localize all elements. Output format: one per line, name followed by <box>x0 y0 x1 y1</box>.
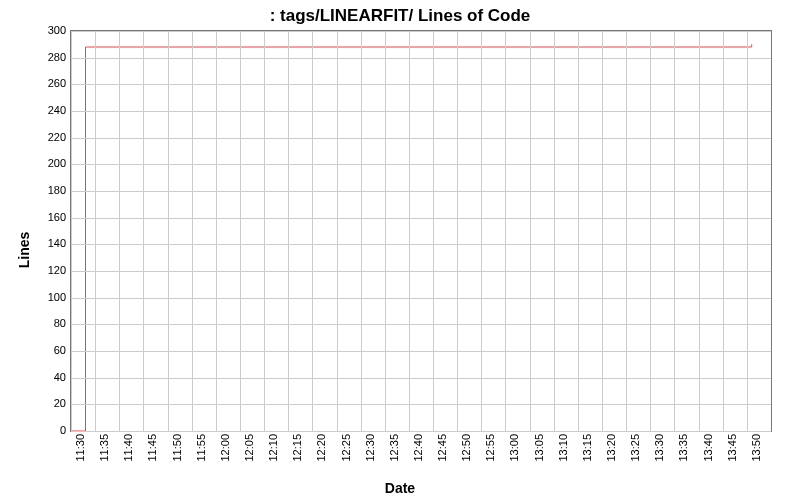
gridline-v <box>409 31 410 431</box>
gridline-v <box>554 31 555 431</box>
gridline-v <box>723 31 724 431</box>
y-tick-label: 100 <box>36 291 66 303</box>
x-tick-label: 13:35 <box>677 434 689 462</box>
plot-area <box>70 30 772 432</box>
x-tick-label: 12:10 <box>267 434 279 462</box>
gridline-v <box>385 31 386 431</box>
y-tick-label: 240 <box>36 104 66 116</box>
x-tick-label: 12:55 <box>484 434 496 462</box>
gridline-v <box>674 31 675 431</box>
x-tick-label: 12:15 <box>291 434 303 462</box>
y-tick-label: 160 <box>36 211 66 223</box>
x-tick-label: 13:10 <box>557 434 569 462</box>
x-tick-label: 13:15 <box>581 434 593 462</box>
gridline-v <box>312 31 313 431</box>
gridline-v <box>143 31 144 431</box>
x-tick-label: 11:35 <box>98 434 110 462</box>
gridline-v <box>481 31 482 431</box>
gridline-v <box>288 31 289 431</box>
gridline-v <box>650 31 651 431</box>
x-tick-label: 12:05 <box>243 434 255 462</box>
y-tick-label: 300 <box>36 24 66 36</box>
y-tick-label: 40 <box>36 371 66 383</box>
x-tick-label: 13:50 <box>750 434 762 462</box>
y-tick-label: 260 <box>36 77 66 89</box>
x-tick-label: 11:30 <box>74 434 86 462</box>
gridline-h <box>71 298 771 299</box>
gridline-h <box>71 58 771 59</box>
gridline-v <box>119 31 120 431</box>
gridline-h <box>71 404 771 405</box>
gridline-h <box>71 218 771 219</box>
loc-chart: : tags/LINEARFIT/ Lines of Code Lines Da… <box>0 0 800 500</box>
gridline-v <box>240 31 241 431</box>
x-tick-label: 13:00 <box>508 434 520 462</box>
gridline-h <box>71 138 771 139</box>
x-tick-label: 13:30 <box>653 434 665 462</box>
x-tick-label: 12:00 <box>219 434 231 462</box>
y-tick-label: 280 <box>36 51 66 63</box>
gridline-h <box>71 191 771 192</box>
y-axis-label: Lines <box>16 232 32 269</box>
gridline-h <box>71 378 771 379</box>
gridline-v <box>71 31 72 431</box>
gridline-v <box>192 31 193 431</box>
x-tick-label: 13:40 <box>702 434 714 462</box>
y-tick-label: 120 <box>36 264 66 276</box>
x-tick-label: 13:45 <box>726 434 738 462</box>
x-tick-label: 12:20 <box>315 434 327 462</box>
gridline-v <box>578 31 579 431</box>
gridline-v <box>95 31 96 431</box>
gridline-v <box>530 31 531 431</box>
gridline-h <box>71 84 771 85</box>
x-tick-label: 12:25 <box>340 434 352 462</box>
gridline-h <box>71 111 771 112</box>
x-tick-label: 12:35 <box>388 434 400 462</box>
gridline-v <box>699 31 700 431</box>
y-tick-label: 180 <box>36 184 66 196</box>
gridline-v <box>264 31 265 431</box>
gridline-v <box>337 31 338 431</box>
x-tick-label: 12:45 <box>436 434 448 462</box>
y-tick-label: 220 <box>36 131 66 143</box>
gridline-v <box>457 31 458 431</box>
x-tick-label: 11:45 <box>146 434 158 462</box>
x-tick-label: 12:50 <box>460 434 472 462</box>
x-tick-label: 12:40 <box>412 434 424 462</box>
gridline-v <box>361 31 362 431</box>
y-tick-label: 0 <box>36 424 66 436</box>
x-tick-label: 11:55 <box>195 434 207 462</box>
y-tick-label: 200 <box>36 157 66 169</box>
data-line <box>71 31 771 431</box>
x-tick-label: 13:25 <box>629 434 641 462</box>
x-tick-label: 11:50 <box>171 434 183 462</box>
chart-title: : tags/LINEARFIT/ Lines of Code <box>0 6 800 26</box>
x-tick-label: 11:40 <box>122 434 134 462</box>
gridline-h <box>71 244 771 245</box>
x-tick-label: 13:20 <box>605 434 617 462</box>
gridline-v <box>168 31 169 431</box>
gridline-h <box>71 271 771 272</box>
y-tick-label: 60 <box>36 344 66 356</box>
x-tick-label: 13:05 <box>533 434 545 462</box>
x-axis-label: Date <box>0 480 800 496</box>
gridline-v <box>747 31 748 431</box>
y-tick-label: 20 <box>36 397 66 409</box>
gridline-v <box>626 31 627 431</box>
y-tick-label: 140 <box>36 237 66 249</box>
gridline-h <box>71 31 771 32</box>
gridline-h <box>71 351 771 352</box>
gridline-h <box>71 324 771 325</box>
gridline-v <box>433 31 434 431</box>
gridline-v <box>602 31 603 431</box>
gridline-v <box>505 31 506 431</box>
gridline-h <box>71 164 771 165</box>
x-tick-label: 12:30 <box>364 434 376 462</box>
gridline-h <box>71 431 771 432</box>
y-tick-label: 80 <box>36 317 66 329</box>
gridline-v <box>216 31 217 431</box>
